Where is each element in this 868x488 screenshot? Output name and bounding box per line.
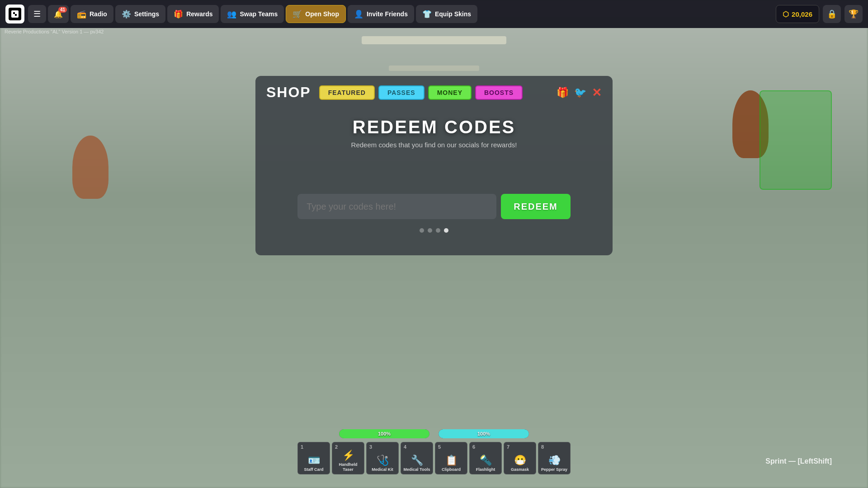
slot-icon-6: 🔦 (480, 455, 492, 466)
settings-button[interactable]: ⚙️ Settings (115, 5, 165, 23)
inventory-bar: 1 🪪 Staff Card 2 ⚡ Handheld Taser 3 🩺 Me… (297, 442, 571, 474)
open-shop-button[interactable]: 🛒 Open Shop (286, 5, 346, 23)
equip-skins-button[interactable]: 👕 Equip Skins (416, 5, 477, 23)
trophy-button[interactable]: 🏆 (844, 5, 863, 23)
redeem-section: REDEEM CODES Redeem codes that you find … (255, 108, 613, 246)
topbar: ☰ 🔔 41 📻 Radio ⚙️ Settings 🎁 Rewards 👥 S… (0, 0, 868, 28)
shop-tabs: FEATURED PASSES MONEY BOOSTS (319, 85, 523, 100)
slot-label-2: Handheld Taser (334, 462, 362, 472)
radio-icon: 📻 (77, 9, 86, 19)
bg-screen-right (760, 90, 832, 190)
invite-friends-button[interactable]: 👤 Invite Friends (348, 5, 414, 23)
gift-icon[interactable]: 🎁 (557, 87, 569, 99)
energy-label: 100% (477, 431, 490, 436)
slot-number-2: 2 (335, 444, 338, 450)
shop-header-icons: 🎁 🐦 ✕ (557, 87, 602, 99)
slot-label-7: Gasmask (511, 467, 529, 472)
slot-number-5: 5 (438, 444, 441, 450)
dot-2 (428, 228, 432, 233)
shop-title: SHOP (266, 84, 311, 101)
slot-label-3: Medical Kit (372, 467, 393, 472)
slot-label-5: Clipboard (442, 467, 461, 472)
bg-ceiling-light2 (389, 66, 479, 71)
slot-icon-7: 😷 (514, 455, 526, 466)
tab-passes[interactable]: PASSES (378, 85, 425, 100)
rewards-button[interactable]: 🎁 Rewards (167, 5, 219, 23)
inventory-slot-2[interactable]: 2 ⚡ Handheld Taser (332, 442, 364, 474)
tab-money[interactable]: MONEY (428, 85, 472, 100)
redeem-button[interactable]: REDEEM (501, 194, 571, 219)
slot-number-6: 6 (472, 444, 475, 450)
sprint-hint: Sprint — [LeftShift] (765, 457, 832, 465)
swap-teams-icon: 👥 (227, 9, 236, 19)
inventory-slot-1[interactable]: 1 🪪 Staff Card (297, 442, 330, 474)
open-shop-icon: 🛒 (292, 9, 302, 19)
settings-icon: ⚙️ (122, 9, 131, 19)
inventory-slot-3[interactable]: 3 🩺 Medical Kit (366, 442, 399, 474)
redeem-code-input[interactable] (297, 194, 496, 219)
swap-teams-button[interactable]: 👥 Swap Teams (221, 5, 284, 23)
slot-label-8: Pepper Spray (541, 467, 567, 472)
radio-button[interactable]: 📻 Radio (71, 5, 113, 23)
slot-icon-1: 🪪 (308, 455, 320, 466)
slot-label-1: Staff Card (304, 467, 323, 472)
dot-3 (436, 228, 440, 233)
version-text: Reverie Productions "AL" Version 1 — pv3… (5, 29, 104, 34)
inventory-slot-4[interactable]: 4 🔧 Medical Tools (401, 442, 433, 474)
bg-character-left (72, 136, 108, 199)
lock-button[interactable]: 🔒 (823, 5, 841, 23)
inventory-slot-5[interactable]: 5 📋 Clipboard (435, 442, 467, 474)
slot-number-1: 1 (301, 444, 303, 450)
redeem-input-row: REDEEM (274, 194, 594, 219)
tab-boosts[interactable]: BOOSTS (475, 85, 523, 100)
slot-number-4: 4 (404, 444, 406, 450)
slot-icon-5: 📋 (445, 455, 458, 466)
energy-bar-container: 100% (439, 429, 529, 438)
inventory-slot-7[interactable]: 7 😷 Gasmask (504, 442, 536, 474)
inventory-slot-8[interactable]: 8 💨 Pepper Spray (538, 442, 571, 474)
redeem-subtitle: Redeem codes that you find on our social… (274, 141, 594, 149)
svg-rect-3 (15, 14, 17, 16)
redeem-title: REDEEM CODES (274, 117, 594, 137)
health-bar-container: 100% (339, 429, 429, 438)
dot-4-active (444, 228, 448, 233)
slot-icon-4: 🔧 (411, 455, 423, 466)
shop-panel: SHOP FEATURED PASSES MONEY BOOSTS 🎁 🐦 ✕ … (255, 76, 613, 255)
slot-number-8: 8 (541, 444, 544, 450)
topbar-right: ⬡ 20,026 🔒 🏆 (776, 5, 863, 23)
shop-header: SHOP FEATURED PASSES MONEY BOOSTS 🎁 🐦 ✕ (255, 76, 613, 108)
rewards-icon: 🎁 (174, 9, 183, 19)
dot-indicators (274, 228, 594, 233)
close-icon[interactable]: ✕ (592, 87, 602, 99)
slot-icon-3: 🩺 (377, 455, 389, 466)
slot-number-3: 3 (369, 444, 372, 450)
slot-icon-2: ⚡ (342, 450, 354, 461)
bg-ceiling-light (362, 36, 506, 44)
slot-label-6: Flashlight (476, 467, 495, 472)
roblox-logo (5, 5, 24, 23)
health-label: 100% (378, 431, 391, 436)
menu-button[interactable]: ☰ (28, 5, 46, 23)
svg-rect-2 (13, 12, 15, 14)
notification-badge: 41 (58, 7, 67, 13)
notification-button[interactable]: 🔔 41 (48, 5, 69, 23)
inventory-slot-6[interactable]: 6 🔦 Flashlight (469, 442, 502, 474)
coin-icon: ⬡ (783, 10, 789, 19)
coins-value: 20,026 (792, 10, 812, 18)
slot-icon-8: 💨 (548, 455, 561, 466)
slot-number-7: 7 (507, 444, 509, 450)
tab-featured[interactable]: FEATURED (319, 85, 375, 100)
health-bars: 100% 100% (339, 429, 529, 438)
equip-skins-icon: 👕 (422, 9, 432, 19)
bottom-hud: 100% 100% 1 🪪 Staff Card 2 ⚡ Handheld Ta… (297, 429, 571, 474)
slot-label-4: Medical Tools (404, 467, 430, 472)
coins-display: ⬡ 20,026 (776, 5, 819, 23)
twitter-icon[interactable]: 🐦 (574, 87, 586, 99)
invite-friends-icon: 👤 (354, 9, 363, 19)
dot-1 (420, 228, 424, 233)
